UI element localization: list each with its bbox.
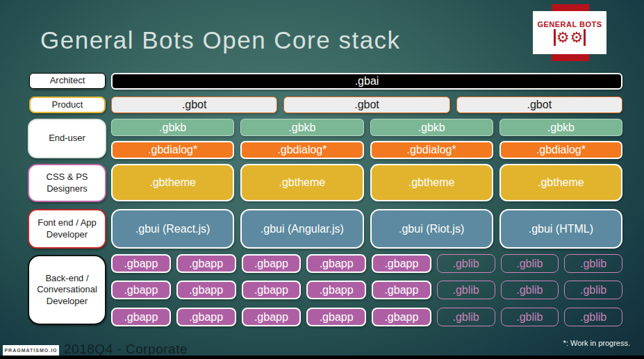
gbapp-box: .gbapp xyxy=(242,308,302,326)
gbdialog-box: .gbdialog* xyxy=(370,141,493,159)
gbapp-box: .gbapp xyxy=(176,308,236,326)
gear-bar-left-icon xyxy=(554,29,556,46)
gbapp-box: .gbapp xyxy=(176,254,236,273)
gear-icon: ⚙ xyxy=(556,29,570,46)
gbapp-box: .gbapp xyxy=(306,281,366,299)
gbapp-box: .gbapp xyxy=(176,281,236,299)
row-gbdialog: .gbdialog* .gbdialog* .gbdialog* .gbdial… xyxy=(111,141,622,159)
gbapp-box: .gbapp xyxy=(372,308,431,326)
gbapp-box: .gbapp xyxy=(306,308,366,326)
label-front-end-app-developer: Font end / App Developer xyxy=(28,209,106,249)
row-gbkb: .gbkb .gbkb .gbkb .gbkb xyxy=(111,119,622,136)
gblib-box: .gblib xyxy=(564,254,622,273)
gbtheme-box: .gbtheme xyxy=(240,164,363,201)
backend-row: .gbapp .gbapp .gbapp .gbapp .gbapp .gbli… xyxy=(111,281,622,299)
gbapp-box: .gbapp xyxy=(111,308,171,326)
work-in-progress-note: *: Work in progress. xyxy=(563,339,630,347)
logo-wordmark: GENERAL BOTS xyxy=(537,20,602,28)
gbkb-box: .gbkb xyxy=(370,119,493,136)
row-gbui: .gbui (React.js) .gbui (Angular.js) .gbu… xyxy=(111,209,622,249)
gear-bar-right-icon xyxy=(584,29,586,46)
gblib-box: .gblib xyxy=(564,281,622,299)
gear-icon: ⚙ xyxy=(570,29,584,46)
gblib-box: .gblib xyxy=(501,254,559,273)
gbapp-box: .gbapp xyxy=(242,281,302,299)
backend-row: .gbapp .gbapp .gbapp .gbapp .gbapp .gbli… xyxy=(111,254,622,273)
gblib-box: .gblib xyxy=(437,281,495,299)
gbkb-box: .gbkb xyxy=(240,119,363,136)
gbdialog-box: .gbdialog* xyxy=(240,141,363,159)
gbkb-box: .gbkb xyxy=(111,119,234,136)
gblib-box: .gblib xyxy=(437,254,495,273)
row-gbot: .gbot .gbot .gbot xyxy=(111,97,622,113)
row-gbtheme: .gbtheme .gbtheme .gbtheme .gbtheme xyxy=(111,164,622,201)
slide-title: General Bots Open Core stack xyxy=(40,26,401,54)
backend-row: .gbapp .gbapp .gbapp .gbapp .gbapp .gbli… xyxy=(111,308,622,326)
gbot-box: .gbot xyxy=(111,97,277,113)
gblib-box: .gblib xyxy=(564,308,622,326)
gbui-riot-box: .gbui (Riot.js) xyxy=(370,209,493,249)
gbdialog-box: .gbdialog* xyxy=(499,141,622,159)
gbot-box: .gbot xyxy=(456,97,622,113)
gblib-box: .gblib xyxy=(437,308,495,326)
bottom-black-strip xyxy=(0,356,644,359)
general-bots-logo: GENERAL BOTS ⚙⚙ xyxy=(533,11,606,54)
gbapp-box: .gbapp xyxy=(111,281,171,299)
gbai-box: .gbai xyxy=(111,73,622,90)
gbtheme-box: .gbtheme xyxy=(370,164,493,201)
gblib-box: .gblib xyxy=(501,308,559,326)
gbtheme-box: .gbtheme xyxy=(499,164,622,201)
pragmatismo-brand-badge: PRAGMATISMO.IO xyxy=(3,345,59,356)
gbdialog-box: .gbdialog* xyxy=(111,141,234,159)
gbkb-box: .gbkb xyxy=(499,119,622,136)
gbapp-box: .gbapp xyxy=(372,281,431,299)
row-gbai: .gbai xyxy=(111,73,622,90)
slide-canvas: General Bots Open Core stack GENERAL BOT… xyxy=(0,0,644,359)
label-css-ps-designers: CSS & PS Designers xyxy=(28,164,106,202)
gbapp-box: .gbapp xyxy=(242,254,302,273)
gbui-react-box: .gbui (React.js) xyxy=(111,209,234,249)
gbui-angular-box: .gbui (Angular.js) xyxy=(240,209,363,249)
gbot-box: .gbot xyxy=(283,97,449,113)
label-architect: Architect xyxy=(29,73,106,89)
gbapp-box: .gbapp xyxy=(372,254,431,273)
label-product: Product xyxy=(29,97,106,113)
label-end-user: End-user xyxy=(28,119,106,158)
gbui-html-box: .gbui (HTML) xyxy=(499,209,622,249)
gblib-box: .gblib xyxy=(501,281,559,299)
footer-version-text: 2018Q4 - Corporate xyxy=(64,342,188,357)
gbtheme-box: .gbtheme xyxy=(111,164,234,201)
label-back-end-conversational-developer: Back-end / Conversational Developer xyxy=(28,255,106,325)
gbapp-box: .gbapp xyxy=(111,254,171,273)
gears-icon: ⚙⚙ xyxy=(554,29,586,46)
gbapp-box: .gbapp xyxy=(306,254,366,273)
